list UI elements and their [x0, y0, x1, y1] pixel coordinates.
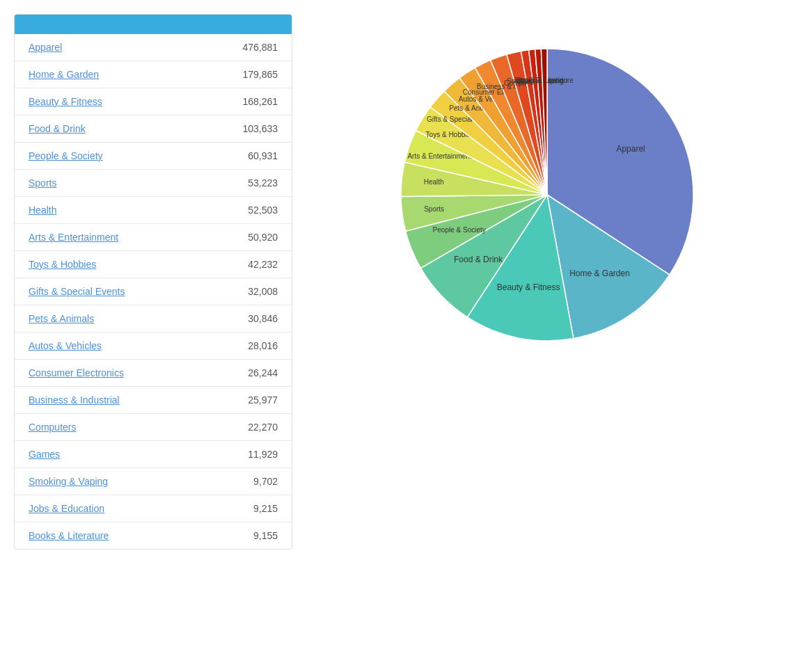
category-cell[interactable]: Beauty & Fitness — [15, 88, 198, 115]
category-cell[interactable]: Home & Garden — [15, 61, 198, 88]
table-row[interactable]: Food & Drink 103,633 — [15, 115, 292, 143]
table-row[interactable]: Apparel 476,881 — [15, 34, 292, 61]
category-cell[interactable]: Autos & Vehicles — [15, 333, 198, 360]
table-row[interactable]: Arts & Entertainment 50,920 — [15, 224, 292, 251]
stores-cell: 53,223 — [198, 170, 292, 197]
stores-cell: 25,977 — [198, 387, 292, 414]
table-row[interactable]: Business & Industrial 25,977 — [15, 387, 292, 414]
stores-cell: 168,261 — [198, 88, 292, 115]
table-row[interactable]: Games 11,929 — [15, 441, 292, 468]
stores-cell: 103,633 — [198, 115, 292, 143]
stores-cell: 9,702 — [198, 468, 292, 495]
pie-label: Apparel — [616, 144, 645, 154]
stores-cell: 476,881 — [198, 34, 292, 61]
table-row[interactable]: People & Society 60,931 — [15, 143, 292, 170]
pie-chart-container: ApparelHome & GardenBeauty & FitnessFood… — [320, 14, 774, 376]
category-cell[interactable]: Gifts & Special Events — [15, 278, 198, 305]
table-row[interactable]: Home & Garden 179,865 — [15, 61, 292, 88]
data-table: Apparel 476,881 Home & Garden 179,865 Be… — [14, 14, 292, 550]
stores-cell: 30,846 — [198, 305, 292, 333]
table-row[interactable]: Health 52,503 — [15, 197, 292, 224]
table-row[interactable]: Sports 53,223 — [15, 170, 292, 197]
table-row[interactable]: Jobs & Education 9,215 — [15, 495, 292, 522]
stores-cell: 22,270 — [198, 414, 292, 441]
stores-cell: 60,931 — [198, 143, 292, 170]
pie-label: Sports — [424, 205, 444, 213]
pie-label: Beauty & Fitness — [497, 282, 560, 292]
table-row[interactable]: Pets & Animals 30,846 — [15, 305, 292, 333]
category-cell[interactable]: Consumer Electronics — [15, 360, 198, 387]
stores-cell: 28,016 — [198, 333, 292, 360]
table-row[interactable]: Toys & Hobbies 42,232 — [15, 251, 292, 278]
stores-cell: 50,920 — [198, 224, 292, 251]
stores-cell: 9,155 — [198, 522, 292, 550]
category-cell[interactable]: Jobs & Education — [15, 495, 198, 522]
category-cell[interactable]: Apparel — [15, 34, 198, 61]
stores-cell: 42,232 — [198, 251, 292, 278]
table-row[interactable]: Smoking & Vaping 9,702 — [15, 468, 292, 495]
table-row[interactable]: Books & Literature 9,155 — [15, 522, 292, 550]
pie-label: Food & Drink — [454, 255, 503, 264]
table-row[interactable]: Consumer Electronics 26,244 — [15, 360, 292, 387]
table-row[interactable]: Beauty & Fitness 168,261 — [15, 88, 292, 115]
stores-cell: 179,865 — [198, 61, 292, 88]
category-cell[interactable]: Health — [15, 197, 198, 224]
pie-label: Home & Garden — [569, 269, 630, 278]
stores-cell: 52,503 — [198, 197, 292, 224]
pie-label: Books & Literature — [516, 77, 574, 84]
category-header — [15, 15, 198, 34]
category-cell[interactable]: Food & Drink — [15, 115, 198, 143]
pie-label: People & Society — [433, 226, 486, 234]
table-row[interactable]: Gifts & Special Events 32,008 — [15, 278, 292, 305]
category-cell[interactable]: Computers — [15, 414, 198, 441]
table-row[interactable]: Computers 22,270 — [15, 414, 292, 441]
stores-cell: 26,244 — [198, 360, 292, 387]
category-cell[interactable]: Sports — [15, 170, 198, 197]
category-cell[interactable]: Pets & Animals — [15, 305, 198, 333]
pie-label: Health — [424, 178, 444, 186]
category-cell[interactable]: Arts & Entertainment — [15, 224, 198, 251]
stores-cell: 11,929 — [198, 441, 292, 468]
stores-cell: 9,215 — [198, 495, 292, 522]
table-row[interactable]: Autos & Vehicles 28,016 — [15, 333, 292, 360]
category-cell[interactable]: Games — [15, 441, 198, 468]
category-cell[interactable]: Books & Literature — [15, 522, 198, 550]
category-cell[interactable]: Toys & Hobbies — [15, 251, 198, 278]
pie-chart: ApparelHome & GardenBeauty & FitnessFood… — [380, 28, 714, 362]
category-cell[interactable]: Business & Industrial — [15, 387, 198, 414]
stores-cell: 32,008 — [198, 278, 292, 305]
category-cell[interactable]: People & Society — [15, 143, 198, 170]
stores-header — [198, 15, 292, 34]
category-cell[interactable]: Smoking & Vaping — [15, 468, 198, 495]
